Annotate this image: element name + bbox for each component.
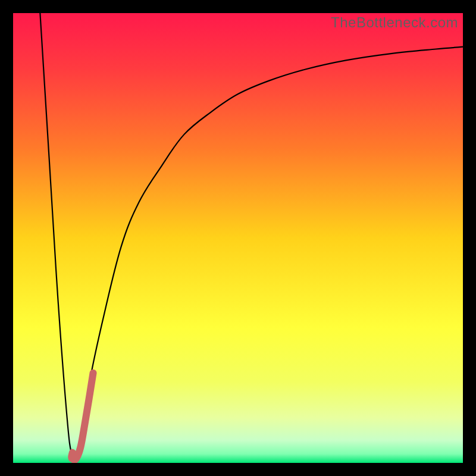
watermark-text: TheBottleneck.com xyxy=(331,14,458,31)
highlight-segment xyxy=(71,373,93,460)
chart-lines xyxy=(13,13,463,463)
plot-area: TheBottleneck.com xyxy=(13,13,463,463)
bottleneck-curve xyxy=(40,13,463,460)
chart-frame: TheBottleneck.com xyxy=(0,0,476,476)
